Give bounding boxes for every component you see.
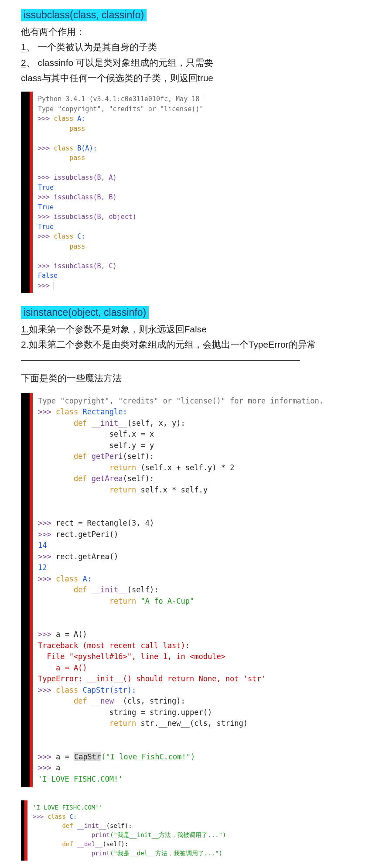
section-issubclass: issubclass(class, classinfo) 他有两个作用： 1、 … [21,9,365,85]
code-content: Python 3.4.1 (v3.4.1:c0e311e010fc, May 1… [33,92,204,293]
isinstance-description: 1.如果第一个参数不是对象，则永远返回False 2.如果第二个参数不是由类对象… [21,321,365,352]
section-isinstance: isinstance(object, classinfo) 1.如果第一个参数不… [21,306,365,361]
code-content: 'I LOVE FISHC.COM!' >>> class C: def __i… [27,800,300,861]
divider [21,360,300,361]
heading-issubclass: issubclass(class, classinfo) [21,9,147,21]
code-block-class-c: 'I LOVE FISHC.COM!' >>> class C: def __i… [21,800,300,861]
code-gutter-black [21,92,30,293]
code-content: Type "copyright", "credits" or "license(… [33,393,365,788]
code-gutter-black [21,393,30,788]
code-gutter-black [21,800,24,861]
code-block-rectangle: Type "copyright", "credits" or "license(… [21,393,365,788]
heading-isinstance: isinstance(object, classinfo) [21,306,149,319]
code-gutter-red [24,800,27,861]
code-gutter-red [30,92,33,293]
issubclass-description: 他有两个作用： 1、 一个类被认为是其自身的子类 2、 classinfo 可以… [21,24,365,85]
selected-text: CapStr [74,752,101,761]
code-gutter-red [30,393,33,788]
code-block-issubclass: Python 3.4.1 (v3.4.1:c0e311e010fc, May 1… [21,92,204,293]
section-magic-methods: 下面是类的一些魔法方法 [21,372,365,384]
